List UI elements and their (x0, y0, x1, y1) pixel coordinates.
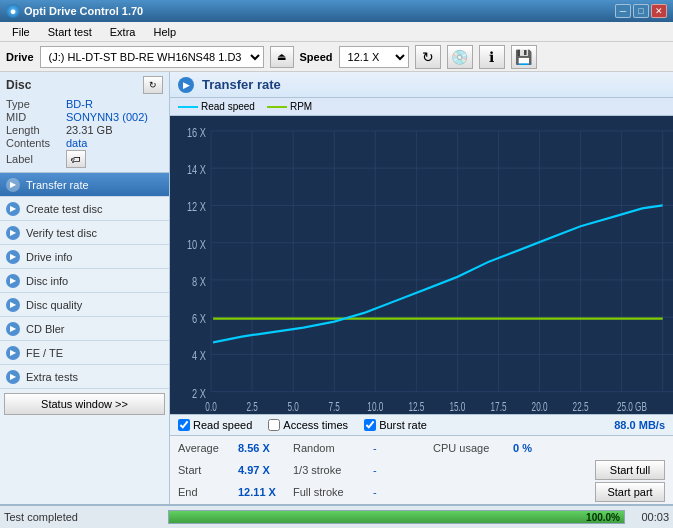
title-bar: ● Opti Drive Control 1.70 ─ □ ✕ (0, 0, 673, 22)
chart-legend: Read speed RPM (170, 98, 673, 116)
legend-rpm-label: RPM (290, 101, 312, 112)
menu-start-test[interactable]: Start test (40, 24, 100, 40)
menu-extra[interactable]: Extra (102, 24, 144, 40)
disc-info-icon: ▶ (6, 274, 20, 288)
burst-rate-checkbox[interactable] (364, 419, 376, 431)
svg-text:22.5: 22.5 (573, 401, 589, 414)
cd-bler-icon: ▶ (6, 322, 20, 336)
disc-label-btn[interactable]: 🏷 (66, 150, 86, 168)
minimize-button[interactable]: ─ (615, 4, 631, 18)
disc-title: Disc (6, 78, 31, 92)
legend-read-speed-label: Read speed (201, 101, 255, 112)
disc-icon-btn[interactable]: 💿 (447, 45, 473, 69)
stats-row-1: Average 8.56 X Random - CPU usage 0 % (178, 438, 665, 458)
menu-help[interactable]: Help (145, 24, 184, 40)
disc-type-row: Type BD-R (6, 98, 163, 110)
start-label: Start (178, 464, 238, 476)
stats-row-3: End 12.11 X Full stroke - Start part (178, 482, 665, 502)
nav-verify-test-disc[interactable]: ▶ Verify test disc (0, 221, 169, 245)
average-value: 8.56 X (238, 442, 293, 454)
disc-type-label: Type (6, 98, 66, 110)
read-speed-checkbox-item: Read speed (178, 419, 252, 431)
chart-svg: 16 X 14 X 12 X 10 X 8 X 6 X 4 X 2 X 0.0 … (170, 116, 673, 414)
eject-button[interactable]: ⏏ (270, 46, 294, 68)
burst-rate-checkbox-label: Burst rate (379, 419, 427, 431)
disc-section: Disc ↻ Type BD-R MID SONYNN3 (002) Lengt… (0, 72, 169, 173)
status-bar: Test completed 100.0% 00:03 (0, 504, 673, 528)
stroke-1-3-value: - (373, 464, 413, 476)
extra-tests-icon: ▶ (6, 370, 20, 384)
chart-header: ▶ Transfer rate (170, 72, 673, 98)
drive-select[interactable]: (J:) HL-DT-ST BD-RE WH16NS48 1.D3 (40, 46, 264, 68)
main-area: Disc ↻ Type BD-R MID SONYNN3 (002) Lengt… (0, 72, 673, 504)
nav-disc-quality-label: Disc quality (26, 299, 82, 311)
disc-header: Disc ↻ (6, 76, 163, 94)
cpu-usage-value: 0 % (513, 442, 573, 454)
nav-transfer-rate-label: Transfer rate (26, 179, 89, 191)
nav-fe-te[interactable]: ▶ FE / TE (0, 341, 169, 365)
disc-mid-value: SONYNN3 (002) (66, 111, 148, 123)
nav-create-test-disc-label: Create test disc (26, 203, 102, 215)
checkboxes-row: Read speed Access times Burst rate 88.0 … (170, 414, 673, 436)
nav-disc-info[interactable]: ▶ Disc info (0, 269, 169, 293)
menu-file[interactable]: File (4, 24, 38, 40)
progress-bar: 100.0% (168, 510, 625, 524)
read-speed-color-swatch (178, 106, 198, 108)
rpm-color-swatch (267, 106, 287, 108)
nav-fe-te-label: FE / TE (26, 347, 63, 359)
svg-text:2 X: 2 X (192, 386, 206, 400)
nav-cd-bler-label: CD Bler (26, 323, 65, 335)
close-button[interactable]: ✕ (651, 4, 667, 18)
maximize-button[interactable]: □ (633, 4, 649, 18)
svg-text:2.5: 2.5 (246, 401, 258, 414)
read-speed-checkbox[interactable] (178, 419, 190, 431)
stats-area: Average 8.56 X Random - CPU usage 0 % St… (170, 436, 673, 504)
save-button[interactable]: 💾 (511, 45, 537, 69)
burst-rate-value: 88.0 MB/s (614, 419, 665, 431)
legend-read-speed: Read speed (178, 101, 255, 112)
read-speed-checkbox-label: Read speed (193, 419, 252, 431)
nav-disc-info-label: Disc info (26, 275, 68, 287)
nav-create-test-disc[interactable]: ▶ Create test disc (0, 197, 169, 221)
refresh-button[interactable]: ↻ (415, 45, 441, 69)
end-value: 12.11 X (238, 486, 293, 498)
nav-drive-info-label: Drive info (26, 251, 72, 263)
nav-transfer-rate[interactable]: ▶ Transfer rate (0, 173, 169, 197)
svg-text:8 X: 8 X (192, 274, 206, 288)
average-label: Average (178, 442, 238, 454)
full-stroke-value: - (373, 486, 413, 498)
svg-text:25.0 GB: 25.0 GB (617, 401, 647, 414)
disc-refresh-btn[interactable]: ↻ (143, 76, 163, 94)
nav-disc-quality[interactable]: ▶ Disc quality (0, 293, 169, 317)
speed-select[interactable]: 12.1 X (339, 46, 409, 68)
progress-percent: 100.0% (586, 512, 620, 523)
disc-label-row: Label 🏷 (6, 150, 163, 168)
start-part-button[interactable]: Start part (595, 482, 665, 502)
disc-length-value: 23.31 GB (66, 124, 112, 136)
disc-info-rows: Type BD-R MID SONYNN3 (002) Length 23.31… (6, 98, 163, 168)
drive-info-icon: ▶ (6, 250, 20, 264)
menu-bar: File Start test Extra Help (0, 22, 673, 42)
svg-text:12.5: 12.5 (408, 401, 424, 414)
speed-label: Speed (300, 51, 333, 63)
chart-area: 16 X 14 X 12 X 10 X 8 X 6 X 4 X 2 X 0.0 … (170, 116, 673, 414)
svg-text:10.0: 10.0 (367, 401, 383, 414)
disc-length-row: Length 23.31 GB (6, 124, 163, 136)
svg-text:7.5: 7.5 (329, 401, 341, 414)
burst-rate-checkbox-item: Burst rate (364, 419, 427, 431)
nav-extra-tests[interactable]: ▶ Extra tests (0, 365, 169, 389)
nav-drive-info[interactable]: ▶ Drive info (0, 245, 169, 269)
status-window-button[interactable]: Status window >> (4, 393, 165, 415)
svg-text:6 X: 6 X (192, 311, 206, 325)
svg-text:4 X: 4 X (192, 349, 206, 363)
disc-mid-row: MID SONYNN3 (002) (6, 111, 163, 123)
svg-text:15.0: 15.0 (449, 401, 465, 414)
nav-cd-bler[interactable]: ▶ CD Bler (0, 317, 169, 341)
stats-row-2: Start 4.97 X 1/3 stroke - Start full (178, 460, 665, 480)
start-full-button[interactable]: Start full (595, 460, 665, 480)
access-times-checkbox[interactable] (268, 419, 280, 431)
app-icon: ● (6, 4, 20, 18)
svg-text:10 X: 10 X (187, 237, 206, 251)
info-button[interactable]: ℹ (479, 45, 505, 69)
disc-mid-label: MID (6, 111, 66, 123)
